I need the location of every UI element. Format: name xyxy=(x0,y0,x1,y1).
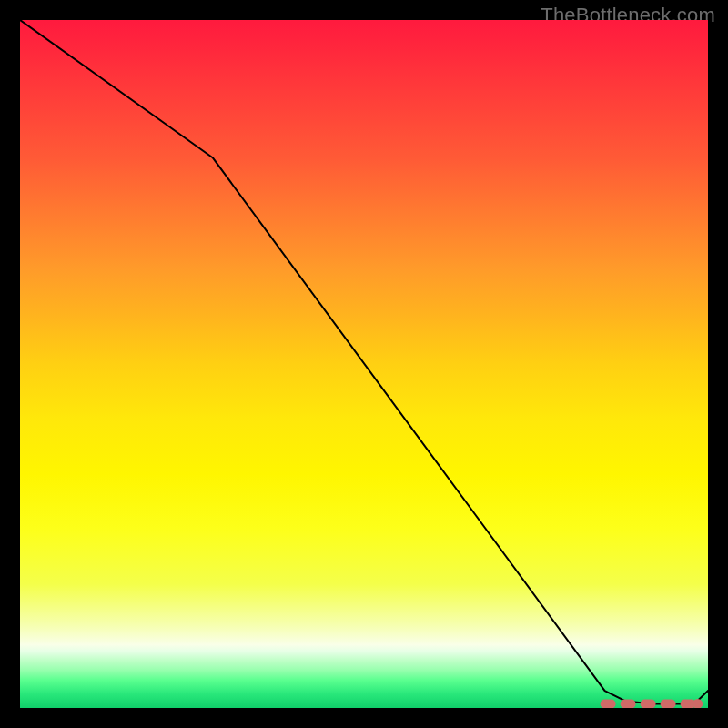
plot-area xyxy=(20,20,708,708)
chart-stage: TheBottleneck.com xyxy=(0,0,728,728)
chart-svg xyxy=(20,20,708,708)
